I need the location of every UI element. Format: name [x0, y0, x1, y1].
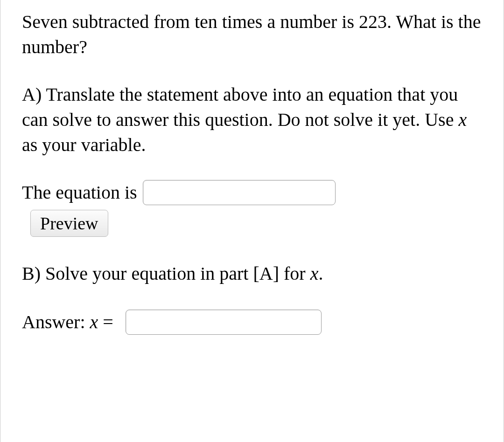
variable-x: x [458, 109, 467, 130]
problem-statement: Seven subtracted from ten times a number… [22, 9, 484, 60]
answer-variable-x: x [90, 311, 98, 332]
part-b-prompt: B) Solve your equation in part [A] for x… [22, 261, 484, 286]
answer-label: Answer: x = [22, 310, 113, 335]
part-a-text-post: as your variable. [22, 134, 146, 155]
equation-label: The equation is [22, 180, 137, 205]
preview-button[interactable]: Preview [30, 210, 108, 237]
part-a-text-pre: A) Translate the statement above into an… [22, 84, 458, 130]
part-b-text-post: . [318, 263, 323, 284]
preview-row: Preview [22, 210, 484, 237]
part-b-text-pre: B) Solve your equation in part [A] for [22, 263, 310, 284]
equation-row: The equation is [22, 180, 484, 205]
answer-input[interactable] [126, 310, 322, 335]
answer-label-pre: Answer: [22, 311, 90, 332]
part-a-prompt: A) Translate the statement above into an… [22, 82, 484, 158]
answer-equals: = [98, 311, 113, 332]
equation-input[interactable] [143, 180, 336, 205]
variable-x-b: x [310, 263, 319, 284]
answer-row: Answer: x = [22, 310, 484, 335]
question-panel: Seven subtracted from ten times a number… [0, 0, 504, 442]
